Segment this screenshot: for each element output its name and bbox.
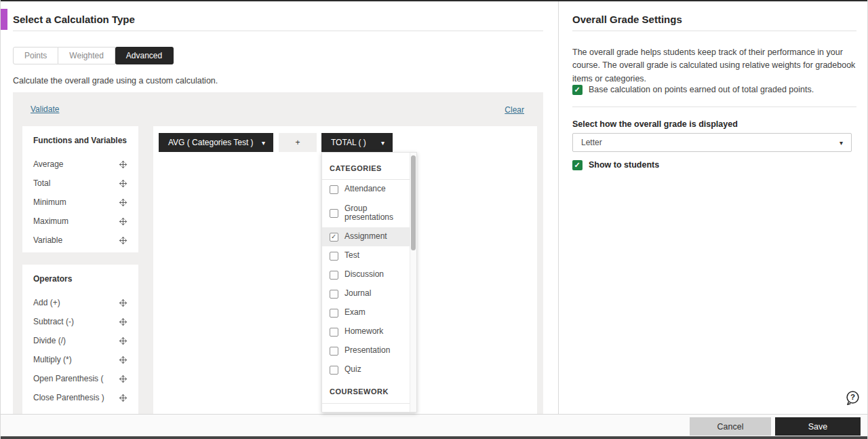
operator-label: Subtract (-)	[33, 317, 74, 326]
checkbox[interactable]	[330, 185, 338, 194]
coursework-option-partial[interactable]	[322, 404, 410, 413]
divider	[13, 31, 543, 31]
move-icon	[119, 198, 127, 207]
move-icon	[119, 375, 127, 383]
add-operator-chip[interactable]: +	[279, 133, 317, 152]
checkbox-checked[interactable]	[572, 85, 583, 95]
operator-label: Add (+)	[33, 298, 60, 307]
divider	[572, 107, 856, 107]
tab-weighted[interactable]: Weighted	[58, 47, 115, 64]
checkbox[interactable]	[330, 290, 338, 299]
operator-close-parenthesis[interactable]: Close Parenthesis )	[33, 388, 127, 407]
validate-link[interactable]: Validate	[31, 104, 59, 114]
functions-panel-title: Functions and Variables	[33, 136, 127, 145]
page-title: Select a Calculation Type	[13, 14, 135, 25]
function-average[interactable]: Average	[33, 155, 127, 174]
operator-open-parenthesis[interactable]: Open Parenthesis (	[33, 369, 127, 388]
checkbox[interactable]	[330, 252, 338, 261]
operators-panel: Operators Add (+) Subtract (-) Divide (/…	[22, 265, 138, 414]
selected-value: Letter	[581, 138, 602, 147]
clear-link[interactable]: Clear	[505, 105, 524, 115]
total-categories-dropdown: CATEGORIES Attendance Group presentation…	[321, 152, 417, 413]
chevron-down-icon: ▾	[840, 139, 843, 147]
dropdown-section-header-coursework: COURSEWORK	[322, 379, 410, 404]
category-option-discussion[interactable]: Discussion	[322, 265, 410, 284]
base-points-label: Base calculation on points earned out of…	[589, 85, 814, 94]
checkbox[interactable]	[330, 412, 338, 413]
calculation-description: Calculate the overall grade using a cust…	[13, 76, 528, 85]
checkbox[interactable]	[330, 271, 338, 280]
move-icon	[119, 179, 127, 188]
display-select-label: Select how the overall grade is displaye…	[572, 119, 738, 129]
option-label: Presentation	[344, 346, 390, 355]
function-variable[interactable]: Variable	[33, 231, 127, 250]
option-label: Exam	[344, 308, 366, 317]
total-function-chip[interactable]: TOTAL ( ) ▾	[321, 133, 393, 152]
operator-label: Multiply (*)	[33, 355, 72, 364]
operator-divide[interactable]: Divide (/)	[33, 331, 127, 350]
overall-grade-settings-title: Overall Grade Settings	[572, 14, 682, 25]
base-points-checkbox-row[interactable]: Base calculation on points earned out of…	[572, 85, 857, 95]
operators-panel-title: Operators	[33, 274, 127, 284]
move-icon	[119, 394, 127, 402]
function-label: Total	[33, 178, 50, 188]
tab-points[interactable]: Points	[13, 47, 58, 64]
option-label: Group presentations	[344, 204, 400, 222]
function-maximum[interactable]: Maximum	[33, 212, 127, 231]
overall-grade-description: The overall grade helps students keep tr…	[572, 46, 857, 85]
move-icon	[119, 318, 127, 326]
move-icon	[119, 299, 127, 307]
move-icon	[119, 236, 127, 245]
functions-panel: Functions and Variables Average Total Mi…	[22, 126, 138, 252]
checkbox[interactable]	[330, 233, 338, 242]
show-to-students-label: Show to students	[589, 160, 659, 170]
select-calculation-type-dialog: Select a Calculation Type Points Weighte…	[0, 0, 868, 439]
help-button[interactable]: ?	[844, 390, 861, 408]
checkbox[interactable]	[330, 328, 338, 337]
operator-add[interactable]: Add (+)	[33, 293, 127, 312]
plus-chip-label: +	[295, 138, 300, 147]
option-label: Discussion	[344, 270, 384, 279]
function-minimum[interactable]: Minimum	[33, 193, 127, 212]
category-option-attendance[interactable]: Attendance	[322, 180, 410, 199]
category-option-presentation[interactable]: Presentation	[322, 341, 410, 360]
operator-multiply[interactable]: Multiply (*)	[33, 350, 127, 369]
option-label: Attendance	[344, 185, 386, 193]
avg-function-chip[interactable]: AVG ( Categories Test ) ▾	[159, 133, 273, 152]
accent-bar	[1, 9, 7, 30]
window-top-edge	[1, 0, 868, 1]
category-option-group-presentations[interactable]: Group presentations	[322, 199, 410, 227]
option-label: Test	[344, 251, 359, 260]
function-label: Variable	[33, 235, 62, 245]
tab-advanced[interactable]: Advanced	[115, 47, 174, 64]
show-to-students-checkbox-row[interactable]: Show to students	[572, 160, 659, 170]
category-option-exam[interactable]: Exam	[322, 303, 410, 322]
function-label: Minimum	[33, 197, 66, 207]
function-total[interactable]: Total	[33, 174, 127, 193]
cancel-button[interactable]: Cancel	[690, 417, 771, 436]
function-label: Average	[33, 159, 63, 169]
operator-subtract[interactable]: Subtract (-)	[33, 312, 127, 331]
category-option-journal[interactable]: Journal	[322, 284, 410, 303]
operator-label: Divide (/)	[33, 336, 66, 345]
scrollbar-thumb[interactable]	[411, 155, 416, 250]
operator-label: Close Parenthesis )	[33, 393, 104, 402]
avg-chip-label: AVG ( Categories Test )	[168, 138, 254, 147]
divider	[572, 31, 856, 31]
action-bar: Cancel Save	[1, 414, 868, 436]
grade-display-select[interactable]: Letter ▾	[572, 133, 852, 152]
category-option-quiz[interactable]: Quiz	[322, 360, 410, 379]
dropdown-section-header-categories: CATEGORIES	[322, 153, 410, 180]
category-option-test[interactable]: Test	[322, 246, 410, 265]
checkbox[interactable]	[330, 309, 338, 318]
checkbox[interactable]	[330, 366, 338, 375]
category-option-assignment[interactable]: Assignment	[322, 227, 410, 246]
option-label: Homework	[344, 327, 383, 336]
save-button[interactable]: Save	[775, 417, 861, 436]
question-mark-bubble-icon: ?	[844, 390, 861, 406]
category-option-homework[interactable]: Homework	[322, 322, 410, 341]
checkbox[interactable]	[330, 347, 338, 356]
checkbox[interactable]	[330, 209, 338, 218]
dropdown-scrollbar[interactable]	[410, 153, 416, 413]
checkbox-checked[interactable]	[572, 160, 583, 170]
